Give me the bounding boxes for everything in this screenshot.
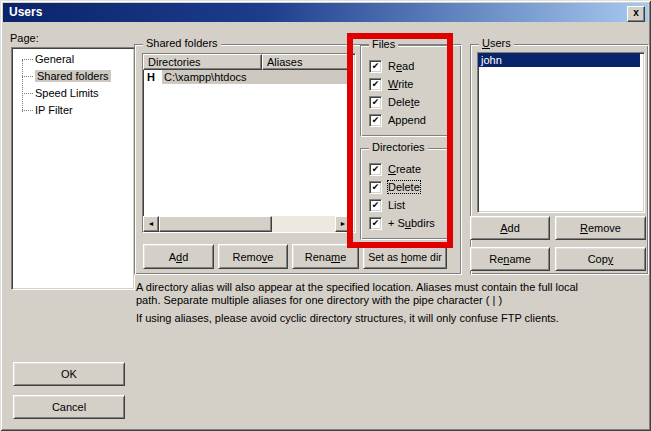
check-icon: ✔ — [372, 183, 380, 192]
directories-listview: Directories Aliases H C:\xampp\htdocs ◄ … — [142, 53, 356, 233]
add-folder-button[interactable]: Add — [143, 244, 214, 269]
copy-user-button[interactable]: Copy — [555, 247, 646, 271]
scrollbar-thumb[interactable] — [159, 216, 272, 232]
cyclic-note-line: If using aliases, please avoid cyclic di… — [136, 312, 559, 324]
dirs-create-checkbox[interactable]: ✔ — [369, 163, 382, 176]
horizontal-scrollbar[interactable]: ◄ ► — [143, 216, 351, 232]
page-listbox: General Shared folders Speed Limits IP F… — [11, 47, 135, 290]
column-header-directories[interactable]: Directories — [143, 54, 262, 70]
directory-path: C:\xampp\htdocs — [162, 70, 351, 84]
dirs-subdirs-checkbox[interactable]: ✔ — [369, 217, 382, 230]
sidebar-item-ip-filter[interactable]: IP Filter — [14, 102, 132, 119]
directories-permissions-group: Directories ✔ Create ✔ Delete ✔ List ✔ +… — [360, 148, 449, 240]
column-header-aliases[interactable]: Aliases — [262, 54, 351, 70]
title-bar[interactable]: Users — [3, 3, 648, 22]
check-icon: ✔ — [372, 165, 380, 174]
dirs-subdirs-checkbox-row[interactable]: ✔ + Subdirs — [369, 216, 435, 230]
set-as-home-dir-button[interactable]: Set as home dir — [363, 244, 447, 269]
page-label: Page: — [10, 32, 39, 44]
close-icon: x — [633, 7, 639, 18]
scroll-right-arrow-icon[interactable]: ► — [335, 216, 351, 232]
files-read-checkbox-row[interactable]: ✔ Read — [369, 59, 414, 73]
remove-folder-button[interactable]: Remove — [218, 244, 288, 269]
dirs-delete-checkbox-row[interactable]: ✔ Delete — [369, 180, 420, 194]
remove-user-button[interactable]: Remove — [555, 216, 646, 240]
add-user-button[interactable]: Add — [470, 216, 550, 240]
rename-folder-button[interactable]: Rename — [292, 244, 359, 269]
dirs-create-checkbox-row[interactable]: ✔ Create — [369, 162, 421, 176]
files-delete-checkbox-row[interactable]: ✔ Delete — [369, 95, 420, 109]
sidebar-item-general[interactable]: General — [14, 51, 132, 68]
files-group-label: Files — [369, 38, 398, 51]
users-group-label: Users — [479, 37, 514, 50]
users-listbox: john — [477, 52, 645, 213]
files-delete-checkbox[interactable]: ✔ — [369, 96, 382, 109]
check-icon: ✔ — [372, 62, 380, 71]
ok-button[interactable]: OK — [13, 362, 125, 386]
files-append-checkbox-row[interactable]: ✔ Append — [369, 113, 426, 127]
alias-note-line-2: path. Separate multiple aliases for one … — [136, 294, 502, 306]
shared-folders-group-label: Shared folders — [143, 37, 221, 50]
check-icon: ✔ — [372, 80, 380, 89]
user-list-item[interactable]: john — [478, 53, 640, 67]
dirs-delete-checkbox[interactable]: ✔ — [369, 181, 382, 194]
files-read-checkbox[interactable]: ✔ — [369, 60, 382, 73]
cancel-button[interactable]: Cancel — [13, 395, 125, 419]
dirs-list-checkbox[interactable]: ✔ — [369, 199, 382, 212]
files-append-checkbox[interactable]: ✔ — [369, 114, 382, 127]
check-icon: ✔ — [372, 98, 380, 107]
dirs-list-checkbox-row[interactable]: ✔ List — [369, 198, 405, 212]
scroll-left-arrow-icon[interactable]: ◄ — [143, 216, 159, 232]
users-dialog: Users x Page: General Shared folders Spe… — [0, 0, 651, 431]
alias-note-line-1: A directory alias will also appear at th… — [136, 281, 578, 293]
directory-row[interactable]: H C:\xampp\htdocs — [143, 70, 351, 84]
rename-user-button[interactable]: Rename — [470, 247, 550, 271]
close-button[interactable]: x — [627, 6, 645, 22]
window-title: Users — [3, 3, 648, 22]
check-icon: ✔ — [372, 201, 380, 210]
sidebar-item-speed-limits[interactable]: Speed Limits — [14, 85, 132, 102]
files-write-checkbox-row[interactable]: ✔ Write — [369, 77, 413, 91]
sidebar-item-shared-folders[interactable]: Shared folders — [14, 68, 132, 85]
page-tree: General Shared folders Speed Limits IP F… — [14, 51, 132, 119]
check-icon: ✔ — [372, 219, 380, 228]
files-write-checkbox[interactable]: ✔ — [369, 78, 382, 91]
files-permissions-group: Files ✔ Read ✔ Write ✔ Delete ✔ Append — [360, 45, 449, 137]
directories-group-label: Directories — [369, 141, 428, 154]
check-icon: ✔ — [372, 116, 380, 125]
home-directory-marker: H — [147, 70, 155, 84]
